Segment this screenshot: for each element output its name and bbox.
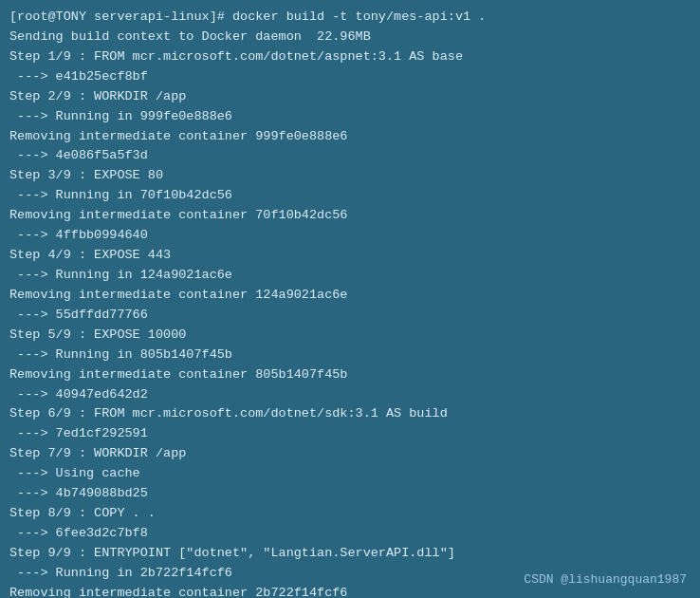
terminal-line: ---> 7ed1cf292591: [9, 424, 691, 444]
terminal-line: Step 9/9 : ENTRYPOINT ["dotnet", "Langti…: [9, 544, 691, 564]
terminal-line: Step 8/9 : COPY . .: [9, 504, 691, 524]
terminal-output: [root@TONY serverapi-linux]# docker buil…: [9, 8, 691, 598]
terminal-line: Step 4/9 : EXPOSE 443: [9, 246, 691, 266]
terminal-line: Step 5/9 : EXPOSE 10000: [9, 326, 691, 346]
terminal-line: Removing intermediate container 70f10b42…: [9, 206, 691, 226]
terminal-line: Step 6/9 : FROM mcr.microsoft.com/dotnet…: [9, 404, 691, 424]
terminal-line: [root@TONY serverapi-linux]# docker buil…: [9, 8, 691, 28]
terminal-line: ---> Running in 805b1407f45b: [9, 346, 691, 365]
terminal-line: Removing intermediate container 999fe0e8…: [9, 127, 691, 147]
terminal-line: ---> Using cache: [9, 464, 691, 484]
terminal-line: Step 1/9 : FROM mcr.microsoft.com/dotnet…: [9, 47, 691, 67]
terminal-line: ---> Running in 999fe0e888e6: [9, 107, 691, 127]
terminal-line: Removing intermediate container 805b1407…: [9, 365, 691, 385]
terminal-line: ---> 55dffdd77766: [9, 306, 691, 326]
terminal-line: Step 3/9 : EXPOSE 80: [9, 166, 691, 186]
terminal-line: ---> 4e086f5a5f3d: [9, 146, 691, 166]
terminal-line: ---> 6fee3d2c7bf8: [9, 524, 691, 544]
terminal-line: Removing intermediate container 124a9021…: [9, 286, 691, 306]
terminal-line: ---> e41b25ecf8bf: [9, 67, 691, 87]
terminal-line: ---> 40947ed642d2: [9, 385, 691, 405]
terminal-line: ---> 4ffbb0994640: [9, 226, 691, 246]
watermark: CSDN @lishuangquan1987: [524, 572, 687, 587]
terminal-line: Step 2/9 : WORKDIR /app: [9, 87, 691, 107]
terminal-window: [root@TONY serverapi-linux]# docker buil…: [0, 0, 700, 598]
terminal-line: Sending build context to Docker daemon 2…: [9, 28, 691, 47]
terminal-line: ---> Running in 70f10b42dc56: [9, 186, 691, 206]
terminal-line: Step 7/9 : WORKDIR /app: [9, 444, 691, 464]
terminal-line: ---> 4b749088bd25: [9, 484, 691, 504]
terminal-line: ---> Running in 124a9021ac6e: [9, 266, 691, 286]
